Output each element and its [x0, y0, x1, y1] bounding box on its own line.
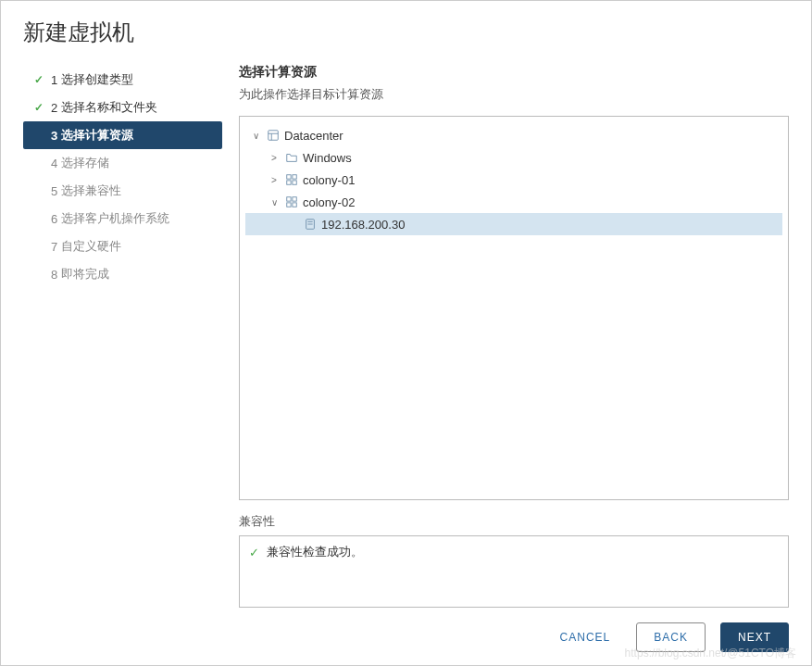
step-number: 8	[51, 268, 57, 282]
step-label: 选择名称和文件夹	[61, 99, 157, 116]
datacenter-icon	[266, 128, 281, 143]
check-icon: ✓	[32, 73, 45, 86]
step-label: 选择计算资源	[61, 127, 133, 144]
cancel-button[interactable]: CANCEL	[549, 623, 622, 651]
dialog-body: ✓1选择创建类型✓2选择名称和文件夹✓3选择计算资源✓4选择存储✓5选择兼容性✓…	[1, 58, 811, 608]
tree-node-c01[interactable]: >colony-01	[245, 169, 782, 191]
compatibility-result: ✓ 兼容性检查成功。	[249, 544, 363, 560]
compatibility-message: 兼容性检查成功。	[267, 544, 363, 560]
dialog-title: 新建虚拟机	[1, 1, 811, 58]
check-icon: ✓	[32, 101, 45, 114]
tree-node-dc[interactable]: ∨Datacenter	[245, 124, 782, 146]
panel-title: 选择计算资源	[239, 64, 789, 81]
cluster-icon	[284, 172, 299, 187]
host-icon	[303, 217, 318, 232]
svg-rect-0	[269, 131, 279, 141]
step-number: 5	[51, 184, 57, 198]
step-label: 选择创建类型	[61, 71, 133, 88]
svg-rect-10	[293, 203, 296, 207]
svg-rect-3	[287, 175, 291, 179]
folder-icon	[284, 150, 299, 165]
chevron-right-icon[interactable]: >	[268, 153, 281, 163]
step-number: 6	[51, 212, 57, 226]
wizard-step-7: ✓7自定义硬件	[23, 232, 222, 260]
wizard-step-1[interactable]: ✓1选择创建类型	[23, 66, 222, 94]
tree-node-label: colony-02	[303, 195, 355, 209]
new-vm-dialog: 新建虚拟机 ✓1选择创建类型✓2选择名称和文件夹✓3选择计算资源✓4选择存储✓5…	[0, 0, 812, 666]
wizard-steps: ✓1选择创建类型✓2选择名称和文件夹✓3选择计算资源✓4选择存储✓5选择兼容性✓…	[23, 58, 222, 608]
tree-node-label: colony-01	[303, 173, 355, 187]
next-button[interactable]: NEXT	[720, 622, 789, 652]
wizard-step-4: ✓4选择存储	[23, 149, 222, 177]
chevron-down-icon[interactable]: ∨	[268, 197, 281, 207]
compatibility-title: 兼容性	[239, 513, 789, 530]
chevron-right-icon[interactable]: >	[268, 175, 281, 185]
wizard-step-5: ✓5选择兼容性	[23, 177, 222, 205]
wizard-step-6: ✓6选择客户机操作系统	[23, 205, 222, 232]
step-label: 选择兼容性	[61, 182, 121, 199]
svg-rect-5	[287, 181, 291, 184]
panel-subtitle: 为此操作选择目标计算资源	[239, 86, 789, 103]
resource-tree[interactable]: ∨Datacenter>Windows>colony-01∨colony-021…	[239, 116, 789, 500]
tree-node-label: 192.168.200.30	[321, 218, 405, 232]
svg-rect-9	[287, 203, 291, 207]
svg-rect-8	[293, 197, 296, 201]
step-label: 自定义硬件	[61, 238, 121, 255]
svg-rect-6	[293, 181, 296, 184]
compatibility-box: ✓ 兼容性检查成功。	[239, 535, 789, 608]
tree-node-label: Datacenter	[284, 129, 344, 143]
tree-node-c02[interactable]: ∨colony-02	[245, 191, 782, 213]
step-label: 选择存储	[61, 155, 109, 171]
step-number: 4	[51, 157, 57, 170]
step-label: 即将完成	[61, 266, 109, 283]
check-icon: ✓	[249, 546, 259, 559]
panel: 选择计算资源 为此操作选择目标计算资源 ∨Datacenter>Windows>…	[222, 58, 789, 608]
tree-node-win[interactable]: >Windows	[245, 146, 782, 169]
wizard-step-3[interactable]: ✓3选择计算资源	[23, 121, 222, 149]
dialog-footer: CANCEL BACK NEXT	[1, 608, 811, 665]
svg-rect-4	[293, 175, 296, 179]
wizard-step-8: ✓8即将完成	[23, 260, 222, 288]
chevron-down-icon[interactable]: ∨	[249, 131, 262, 141]
step-number: 2	[51, 101, 57, 115]
svg-rect-7	[287, 197, 291, 201]
cluster-icon	[284, 195, 299, 209]
tree-node-host[interactable]: 192.168.200.30	[245, 213, 782, 235]
step-label: 选择客户机操作系统	[61, 210, 169, 227]
compatibility-section: 兼容性 ✓ 兼容性检查成功。	[239, 513, 789, 608]
back-button[interactable]: BACK	[636, 622, 706, 652]
tree-node-label: Windows	[303, 151, 352, 165]
step-number: 1	[51, 73, 57, 87]
step-number: 3	[51, 129, 57, 143]
wizard-step-2[interactable]: ✓2选择名称和文件夹	[23, 94, 222, 121]
step-number: 7	[51, 240, 57, 254]
